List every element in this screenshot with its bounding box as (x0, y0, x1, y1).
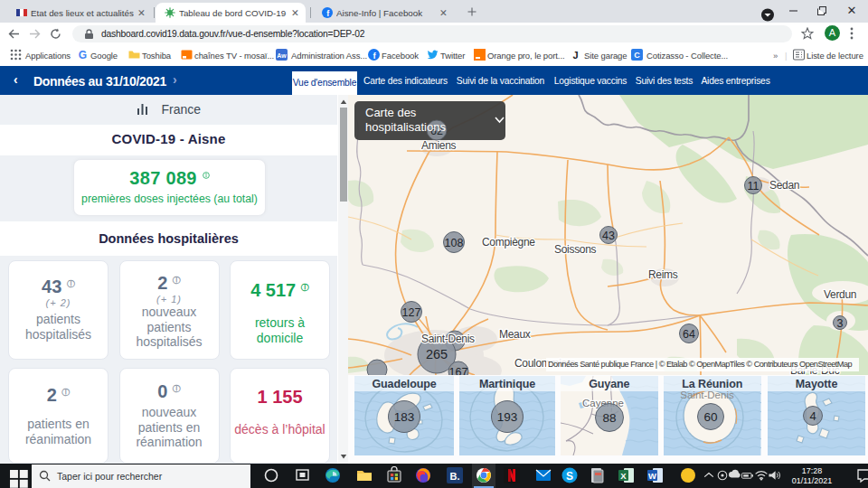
svg-text:Meaux: Meaux (499, 328, 531, 341)
svg-text:193: 193 (497, 410, 518, 424)
svg-text:C: C (634, 51, 640, 60)
svg-text:S: S (566, 470, 573, 483)
svg-text:Reims: Reims (648, 268, 678, 281)
svg-text:127: 127 (402, 306, 421, 319)
svg-text:X: X (620, 471, 627, 481)
svg-text:Saint-Denis: Saint-Denis (680, 389, 734, 400)
svg-text:64: 64 (683, 328, 695, 341)
svg-text:88: 88 (602, 411, 616, 425)
svg-text:Sedan: Sedan (769, 179, 799, 192)
svg-text:60: 60 (703, 410, 717, 424)
svg-text:Saint-Denis: Saint-Denis (421, 333, 475, 345)
svg-text:J: J (572, 50, 578, 61)
svg-text:11: 11 (748, 180, 760, 192)
svg-text:4: 4 (809, 409, 816, 423)
svg-text:43: 43 (602, 230, 615, 242)
svg-text:G: G (79, 49, 87, 61)
svg-text:265: 265 (426, 347, 448, 361)
svg-text:Compiègne: Compiègne (482, 236, 535, 249)
svg-text:108: 108 (445, 237, 464, 249)
svg-text:B.: B. (450, 471, 460, 482)
svg-text:Soissons: Soissons (554, 243, 597, 256)
svg-text:W: W (648, 471, 656, 481)
svg-text:Verdun: Verdun (824, 288, 856, 301)
svg-text:3: 3 (837, 317, 844, 330)
svg-text:183: 183 (394, 410, 415, 424)
svg-text:Aw: Aw (277, 52, 287, 59)
